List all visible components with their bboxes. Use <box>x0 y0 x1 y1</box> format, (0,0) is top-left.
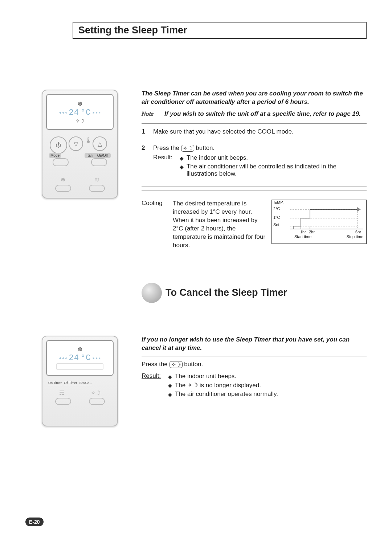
cooling-temperature-chart: 2°C 1°C Set TEMP. <box>271 200 367 244</box>
cooling-text: The desired temperature is increased by … <box>173 200 266 250</box>
divider <box>142 123 367 124</box>
sec2-button: button. <box>184 361 203 368</box>
step-2-num: 2 <box>142 144 148 178</box>
temp-up-button-icon: △ <box>93 136 107 151</box>
step-1-text: Make sure that you have selected the COO… <box>153 128 367 135</box>
off-timer-label: Off Timer <box>64 381 77 385</box>
divider <box>142 140 367 140</box>
fan-bars-right-icon: ▸▸▸ <box>92 355 101 361</box>
mode-label: Mode <box>49 153 61 158</box>
divider <box>142 191 367 191</box>
remote-lcd: ✽ ◂◂◂ 24°C ▸▸▸ ✧☽ <box>46 94 114 130</box>
sleep-glyph-icon: ✧☽ <box>187 382 198 389</box>
chart-stop-label: Stop time <box>347 234 363 239</box>
power-button-icon: ⏻ <box>50 136 67 154</box>
remote-illustration-2: ✽ ◂◂◂ 24°C ▸▸▸ On Timer Off Timer Set/Ca… <box>42 336 118 426</box>
divider <box>142 356 367 356</box>
bullet-icon: ◆ <box>168 373 172 381</box>
fan-icon: ❅ <box>61 176 65 183</box>
pill-small-4 <box>89 398 105 405</box>
bullet-icon: ◆ <box>180 154 184 162</box>
pill-small-1 <box>55 185 71 192</box>
digital-label: tal i <box>86 153 95 158</box>
sleep-small-icon: ✧☽ <box>91 389 101 396</box>
remote-illustration-1: ✽ ◂◂◂ 24°C ▸▸▸ ✧☽ ⏻ ▽ 🌡 △ Mode tal i O <box>42 90 118 199</box>
pill-small-2 <box>89 185 105 192</box>
sec2-bullet-2-post: is no longer displayed. <box>200 382 261 389</box>
bullet-icon: ◆ <box>168 390 172 398</box>
sec2-bullet-1: The indoor unit beeps. <box>175 373 236 381</box>
chart-start-label: Start time <box>294 234 311 239</box>
remote-lcd-2: ✽ ◂◂◂ 24°C ▸▸▸ <box>46 340 114 376</box>
lcd-temp: 24 <box>69 108 79 117</box>
svg-marker-4 <box>357 207 361 212</box>
fan-bars-right-icon: ▸▸▸ <box>92 110 101 115</box>
result-label: Result: <box>153 154 172 178</box>
note-text: If you wish to switch the unit off at a … <box>164 110 361 118</box>
pill-button-right <box>91 158 107 166</box>
snowflake-icon: ✽ <box>78 346 82 353</box>
cooling-label: Cooling <box>142 200 167 250</box>
sec2-result-label: Result: <box>142 372 161 399</box>
note-label: Note <box>142 110 154 118</box>
section-2-circle-icon <box>142 283 162 303</box>
title-1: Setting the Sleep Timer <box>78 25 361 36</box>
snowflake-icon: ✽ <box>78 101 82 107</box>
divider <box>142 255 367 255</box>
sec2-press: Press the <box>142 361 168 368</box>
chart-xtick-6hr: 6hr <box>355 230 361 234</box>
section-title-1: Setting the Sleep Timer <box>73 22 367 39</box>
result-bullet-2: The air conditioner will be controlled a… <box>187 163 367 177</box>
fan-bars-left-icon: ◂◂◂ <box>58 110 68 115</box>
chart-xtick-2hr: 2hr <box>309 230 315 234</box>
lcd-temp-2: 24 <box>69 353 79 363</box>
sleep-button-icon: ✧☽ <box>170 361 183 368</box>
pill-button-left <box>53 158 69 166</box>
divider <box>142 404 367 404</box>
step-2-press: Press the <box>153 144 179 151</box>
page-number: E-20 <box>25 518 44 526</box>
temp-down-button-icon: ▽ <box>69 136 83 151</box>
divider <box>142 187 367 187</box>
section2-intro: If you no longer wish to use the Sleep T… <box>142 336 367 352</box>
set-cancel-label: Set/Ca... <box>79 381 92 385</box>
step-1-num: 1 <box>142 128 148 135</box>
lcd-unit: °C <box>81 108 91 117</box>
step-2-button: button. <box>196 144 215 151</box>
onoff-label: On/Off <box>96 153 109 158</box>
bullet-icon: ◆ <box>168 381 172 389</box>
bullet-icon: ◆ <box>180 163 184 177</box>
chart-xtick-1hr: 1hr <box>300 230 306 234</box>
result-bullet-1: The indoor unit beeps. <box>187 154 248 162</box>
lcd-blank-row <box>56 363 103 370</box>
sleep-indicator-icon: ✧☽ <box>75 118 85 124</box>
sec2-bullet-2-pre: The <box>175 382 185 389</box>
thermometer-icon: 🌡 <box>85 136 93 145</box>
title-2: To Cancel the Sleep Timer <box>166 287 287 298</box>
lcd-unit-2: °C <box>81 353 91 363</box>
swing-icon: ≋ <box>94 176 99 183</box>
air-icon: ☴ <box>59 389 64 396</box>
sec2-bullet-3: The air conditioner operates normally. <box>175 390 278 398</box>
on-timer-label: On Timer <box>48 381 62 385</box>
fan-bars-left-icon: ◂◂◂ <box>58 355 68 361</box>
pill-small-3 <box>55 398 71 405</box>
section1-intro: The Sleep Timer can be used when you are… <box>142 90 367 106</box>
sleep-button-icon: ✧☽ <box>181 145 194 152</box>
